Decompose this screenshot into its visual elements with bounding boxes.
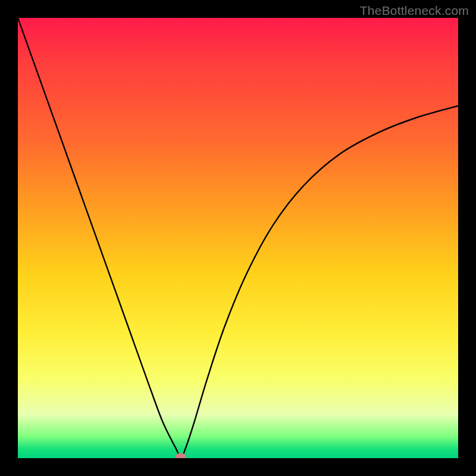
watermark-text: TheBottleneck.com (360, 4, 469, 18)
bottleneck-curve (18, 18, 458, 458)
minimum-marker (176, 453, 186, 458)
chart-frame: TheBottleneck.com (0, 0, 476, 476)
plot-area (18, 18, 458, 458)
